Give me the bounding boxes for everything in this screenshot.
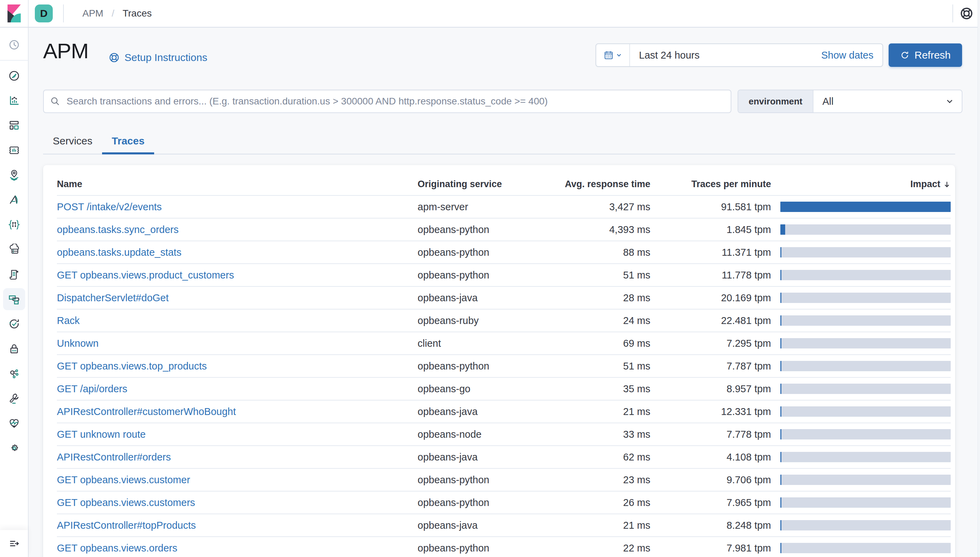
collapse-navigation-button[interactable] (0, 530, 28, 557)
app-sidebar (0, 28, 29, 557)
trace-name-link[interactable]: APIRestController#customerWhoBought (57, 406, 236, 417)
sidebar-divider (0, 60, 28, 61)
graph-icon (3, 214, 25, 236)
sidebar-item-apm[interactable] (2, 287, 26, 311)
help-menu-button[interactable] (953, 7, 980, 20)
space-avatar[interactable]: D (35, 5, 53, 23)
sidebar-item-visualize[interactable] (2, 88, 26, 113)
breadcrumb: APM / Traces (82, 8, 152, 19)
impact-bar-track (780, 497, 951, 508)
management-icon (3, 437, 25, 459)
trace-name-link[interactable]: Unknown (57, 338, 99, 349)
impact-bar-track (780, 384, 951, 394)
originating-service-cell: apm-server (409, 201, 554, 213)
calendar-icon (604, 50, 613, 60)
quick-select-date-button[interactable] (596, 44, 630, 66)
sidebar-item-logs[interactable] (2, 262, 26, 287)
originating-service-cell: opbeans-ruby (409, 315, 554, 326)
impact-bar-fill (780, 384, 781, 394)
trace-name-link[interactable]: APIRestController#topProducts (57, 520, 196, 531)
sidebar-item-graph[interactable] (2, 212, 26, 237)
traces-per-minute-cell: 7.981 tpm (651, 542, 771, 554)
avg-response-time-cell: 21 ms (554, 406, 651, 417)
trace-name-link[interactable]: opbeans.tasks.update_stats (57, 247, 181, 258)
table-body: POST /intake/v2/events apm-server 3,427 … (57, 196, 951, 557)
traces-per-minute-cell: 11.778 tpm (651, 270, 771, 281)
impact-bar-track (780, 429, 951, 440)
impact-cell (771, 270, 951, 280)
impact-cell (771, 225, 951, 235)
table-row: APIRestController#customerWhoBought opbe… (57, 401, 951, 423)
sidebar-item-stack-monitoring[interactable] (2, 411, 26, 436)
trace-name-link[interactable]: DispatcherServlet#doGet (57, 292, 169, 303)
page-scrollbar[interactable] (978, 0, 980, 557)
sidebar-item-dev-tools[interactable] (2, 386, 26, 411)
column-header-service[interactable]: Originating service (409, 179, 554, 190)
sidebar-item-machine-learning[interactable] (2, 187, 26, 212)
trace-name-link[interactable]: APIRestController#orders (57, 451, 171, 463)
logs-icon (3, 263, 25, 285)
trace-name-link[interactable]: Rack (57, 315, 80, 326)
setup-instructions-link[interactable]: Setup Instructions (109, 52, 207, 64)
trace-name-link[interactable]: GET opbeans.views.customers (57, 497, 195, 508)
show-dates-link[interactable]: Show dates (821, 50, 882, 61)
impact-bar-track (780, 202, 951, 212)
sidebar-item-dashboard[interactable] (2, 113, 26, 138)
chevron-down-icon (946, 90, 962, 112)
sidebar-item-code[interactable] (2, 361, 26, 386)
trace-name-link[interactable]: opbeans.tasks.sync_orders (57, 224, 179, 235)
monitoring-icon (3, 412, 25, 434)
column-header-avg-response[interactable]: Avg. response time (554, 179, 651, 190)
impact-bar-fill (780, 497, 781, 508)
breadcrumb-apm[interactable]: APM (82, 8, 103, 19)
sidebar-item-management[interactable] (2, 436, 26, 461)
infrastructure-icon (3, 238, 25, 261)
chevron-down-icon (616, 52, 622, 58)
originating-service-cell: opbeans-node (409, 429, 554, 440)
table-row: POST /intake/v2/events apm-server 3,427 … (57, 196, 951, 218)
time-range-value[interactable]: Last 24 hours (630, 50, 700, 61)
sidebar-item-maps[interactable] (2, 163, 26, 187)
trace-name-link[interactable]: GET opbeans.views.customer (57, 474, 190, 485)
visualize-icon (3, 90, 25, 112)
trace-name-link[interactable]: GET /api/orders (57, 383, 127, 394)
code-icon (3, 363, 25, 385)
avg-response-time-cell: 4,393 ms (554, 224, 651, 235)
avg-response-time-cell: 22 ms (554, 542, 651, 554)
trace-name-link[interactable]: GET opbeans.views.orders (57, 542, 177, 554)
sidebar-item-infrastructure[interactable] (2, 237, 26, 262)
trace-name-link[interactable]: GET opbeans.views.product_customers (57, 270, 234, 280)
trace-name-link[interactable]: GET opbeans.views.top_products (57, 360, 207, 371)
impact-bar-fill (780, 202, 951, 212)
column-header-impact[interactable]: Impact (771, 179, 951, 190)
table-row: GET opbeans.views.top_products opbeans-p… (57, 355, 951, 378)
originating-service-cell: opbeans-java (409, 451, 554, 463)
maps-icon (3, 164, 25, 186)
table-row: GET opbeans.views.customer opbeans-pytho… (57, 469, 951, 492)
column-header-tpm[interactable]: Traces per minute (651, 179, 771, 190)
impact-bar-track (780, 406, 951, 417)
kibana-logo[interactable] (0, 0, 29, 27)
search-icon (44, 96, 67, 106)
search-input[interactable] (67, 90, 731, 112)
date-picker: Last 24 hours Show dates (595, 44, 883, 67)
table-row: GET opbeans.views.customers opbeans-pyth… (57, 492, 951, 514)
breadcrumb-traces: Traces (122, 8, 152, 19)
avg-response-time-cell: 88 ms (554, 247, 651, 258)
apm-icon (3, 288, 25, 310)
trace-name-link[interactable]: GET unknown route (57, 429, 145, 440)
column-header-name[interactable]: Name (57, 179, 409, 190)
originating-service-cell: client (409, 338, 554, 349)
sidebar-item-canvas[interactable] (2, 138, 26, 163)
environment-filter[interactable]: environment All (738, 90, 962, 113)
sidebar-item-uptime[interactable] (2, 311, 26, 336)
tab-traces[interactable]: Traces (102, 131, 154, 154)
avg-response-time-cell: 24 ms (554, 315, 651, 326)
sidebar-item-discover[interactable] (2, 64, 26, 88)
tab-services[interactable]: Services (43, 131, 102, 154)
table-row: GET opbeans.views.orders opbeans-python … (57, 537, 951, 557)
trace-name-link[interactable]: POST /intake/v2/events (57, 201, 162, 212)
sidebar-item-recently-viewed[interactable] (2, 32, 26, 58)
refresh-button[interactable]: Refresh (889, 44, 962, 67)
sidebar-item-siem[interactable] (2, 336, 26, 361)
